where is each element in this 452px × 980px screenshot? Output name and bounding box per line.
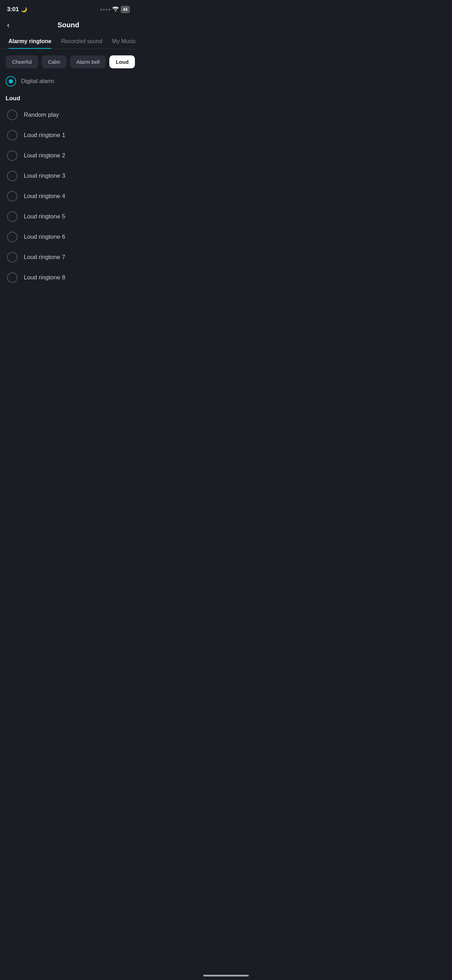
status-bar: 3:01 🌙 44 [0,0,137,18]
radio-random [7,110,18,120]
chip-cheerful[interactable]: Cheerful [6,56,38,68]
status-left: 3:01 🌙 [7,6,27,13]
radio-loud2 [7,150,18,161]
sound-label-loud5: Loud ringtone 5 [24,213,65,220]
sound-list: Random play Loud ringtone 1 Loud rington… [0,105,137,288]
sound-item-loud3[interactable]: Loud ringtone 3 [3,166,134,186]
battery-indicator: 44 [121,6,130,13]
sound-label-loud4: Loud ringtone 4 [24,193,65,200]
radio-digital-alarm [6,76,16,87]
radio-loud7 [7,252,18,262]
sound-label-loud1: Loud ringtone 1 [24,132,65,139]
chip-loud[interactable]: Loud [109,56,135,68]
signal-dots [100,9,110,11]
tab-my-music[interactable]: My Music [107,35,137,49]
chip-calm[interactable]: Calm [42,56,67,68]
sound-item-loud7[interactable]: Loud ringtone 7 [3,247,134,267]
radio-loud3 [7,171,18,181]
sound-label-loud2: Loud ringtone 2 [24,152,65,159]
tab-recorded-sound[interactable]: Recorded sound [56,35,107,49]
digital-alarm-row[interactable]: Digital alarm [0,73,137,91]
radio-loud6 [7,232,18,242]
sound-label-loud6: Loud ringtone 6 [24,234,65,240]
status-time: 3:01 [7,6,19,13]
sound-item-loud6[interactable]: Loud ringtone 6 [3,227,134,247]
sound-item-random[interactable]: Random play [3,105,134,125]
signal-dot-4 [108,9,110,11]
radio-loud8 [7,272,18,283]
chip-alarm-bell[interactable]: Alarm bell [70,56,106,68]
radio-loud4 [7,191,18,202]
sound-item-loud1[interactable]: Loud ringtone 1 [3,125,134,145]
moon-icon: 🌙 [21,7,27,12]
radio-loud5 [7,212,18,222]
sound-item-loud4[interactable]: Loud ringtone 4 [3,186,134,207]
radio-inner [9,79,13,83]
filter-chips: Cheerful Calm Alarm bell Loud [0,49,137,73]
sound-item-loud5[interactable]: Loud ringtone 5 [3,207,134,227]
signal-dot-1 [100,9,102,11]
signal-dot-3 [106,9,108,11]
section-title-loud: Loud [0,91,137,105]
tabs-container: Alarmy ringtone Recorded sound My Music … [0,35,137,49]
sound-label-loud7: Loud ringtone 7 [24,254,65,261]
digital-alarm-label: Digital alarm [21,78,54,85]
page-title: Sound [57,21,79,29]
back-button[interactable]: ‹ [7,21,10,30]
page-header: ‹ Sound [0,18,137,35]
sound-item-loud2[interactable]: Loud ringtone 2 [3,145,134,166]
sound-label-loud8: Loud ringtone 8 [24,274,65,281]
battery-level: 44 [123,7,127,12]
radio-loud1 [7,130,18,140]
status-right: 44 [100,6,130,13]
sound-item-loud8[interactable]: Loud ringtone 8 [3,267,134,288]
signal-dot-2 [103,9,105,11]
sound-label-loud3: Loud ringtone 3 [24,172,65,180]
sound-label-random: Random play [24,111,59,118]
wifi-icon [113,7,119,13]
tab-alarmy-ringtone[interactable]: Alarmy ringtone [3,35,56,49]
